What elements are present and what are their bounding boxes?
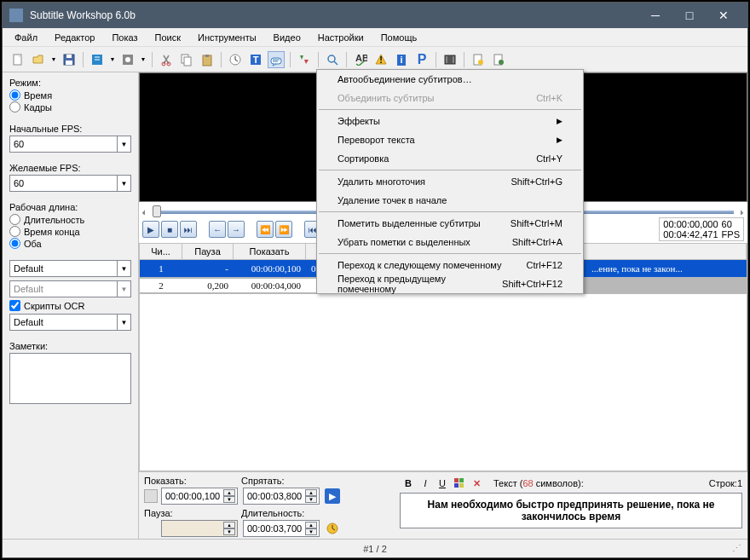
save-button[interactable]	[61, 51, 78, 68]
dd-auto-combine[interactable]: Автообъединение субтитров…	[317, 70, 583, 89]
app-window: Subtitle Workshop 6.0b ─ □ ✕ Файл Редакт…	[2, 2, 748, 558]
stop-button[interactable]: ■	[161, 221, 178, 238]
radio-duration[interactable]	[9, 214, 20, 225]
hide-time-input[interactable]: 00:00:03,800▲▼	[243, 488, 320, 505]
menu-editor[interactable]: Редактор	[46, 30, 103, 45]
paste-button[interactable]	[199, 51, 216, 68]
clear-fmt-button[interactable]: ✕	[469, 476, 484, 491]
time-button[interactable]	[89, 51, 106, 68]
seek-thumb[interactable]	[153, 205, 161, 217]
menu-search[interactable]: Поиск	[147, 30, 189, 45]
spellcheck-button[interactable]: ABC	[352, 51, 369, 68]
dd-effects[interactable]: Эффекты▶	[317, 112, 583, 130]
svg-rect-9	[182, 55, 188, 63]
clock-button[interactable]	[227, 51, 244, 68]
translate-button[interactable]	[296, 51, 313, 68]
dd-prev-mark[interactable]: Переход к предыдущему помеченномуShift+C…	[317, 274, 583, 293]
col-pause[interactable]: Пауза	[182, 244, 234, 259]
step-button[interactable]: ⏭	[180, 221, 197, 238]
info-button[interactable]: i	[393, 51, 410, 68]
bold-button[interactable]: B	[401, 476, 416, 491]
dd-sort[interactable]: СортировкаCtrl+Y	[317, 149, 583, 168]
color-button[interactable]	[452, 476, 467, 491]
menu-file[interactable]: Файл	[6, 30, 46, 45]
play-button[interactable]: ▶	[142, 221, 159, 238]
resize-grip[interactable]: ⋰	[732, 543, 741, 554]
dd-mark[interactable]: Пометить выделенные субтитрыShift+Ctrl+M	[317, 214, 583, 233]
dd-remove-start-dots[interactable]: Удаление точек в начале	[317, 191, 583, 210]
maximize-button[interactable]: □	[672, 3, 707, 27]
start-fps-select[interactable]: 60▼	[9, 136, 131, 153]
doc1-button[interactable]	[470, 51, 487, 68]
underline-button[interactable]: U	[435, 476, 450, 491]
worklen-label: Рабочая длина:	[9, 202, 131, 212]
rewind-button[interactable]: ⏪	[257, 221, 274, 238]
seek-left-icon[interactable]: ⏴	[141, 209, 147, 216]
prev-button[interactable]: ←	[209, 221, 226, 238]
svg-point-17	[328, 55, 335, 62]
radio-endtime[interactable]	[9, 226, 20, 237]
sq-icon[interactable]	[144, 489, 158, 503]
select1[interactable]: Default▼	[9, 260, 131, 277]
pascal-button[interactable]: P	[413, 51, 430, 68]
menu-settings[interactable]: Настройки	[309, 30, 372, 45]
doc2-button[interactable]	[490, 51, 507, 68]
select3[interactable]: Default▼	[9, 314, 131, 331]
duration-time-input[interactable]: 00:00:03,700▲▼	[243, 520, 320, 537]
radio-both[interactable]	[9, 238, 20, 249]
next-button[interactable]: →	[228, 221, 245, 238]
ffwd-button[interactable]: ⏩	[275, 221, 292, 238]
dd-remove-dots[interactable]: Удалить многоточияShift+Ctrl+G	[317, 172, 583, 191]
notes-textarea[interactable]	[9, 353, 131, 404]
warning-button[interactable]: !	[372, 51, 389, 68]
search-button[interactable]	[324, 51, 341, 68]
radio-frames[interactable]	[9, 101, 20, 113]
select2[interactable]: Default▼	[9, 280, 131, 297]
copy-button[interactable]	[178, 51, 195, 68]
menu-tools[interactable]: Инструменты	[189, 30, 265, 45]
col-show[interactable]: Показать	[234, 244, 306, 259]
italic-button[interactable]: I	[418, 476, 433, 491]
statusbar: #1 / 2 ⋰	[3, 539, 747, 557]
menu-video[interactable]: Видео	[265, 30, 309, 45]
menu-view[interactable]: Показ	[103, 30, 146, 45]
dd-reverse[interactable]: Переворот текста▶	[317, 130, 583, 149]
subtitle-text-input[interactable]: Нам необходимо быстро предпринять решени…	[400, 493, 742, 528]
svg-rect-3	[66, 61, 72, 65]
svg-rect-12	[205, 55, 209, 57]
cut-button[interactable]	[158, 51, 175, 68]
menu-help[interactable]: Помощь	[372, 30, 426, 45]
col-num[interactable]: Чи...	[140, 244, 182, 259]
radio-time[interactable]	[9, 89, 20, 101]
new-button[interactable]	[9, 51, 26, 68]
frame-dropdown[interactable]: ▼	[140, 51, 147, 68]
svg-text:i: i	[400, 55, 402, 65]
pause-time-input[interactable]: ▲▼	[161, 520, 238, 537]
svg-rect-14	[251, 55, 261, 65]
seek-right-icon[interactable]: ⏵	[739, 209, 746, 216]
subtitle-menu-button[interactable]	[268, 51, 285, 68]
dd-sep	[319, 109, 581, 110]
video-button[interactable]	[441, 51, 459, 68]
desired-fps-select[interactable]: 60▼	[9, 175, 131, 192]
svg-text:!: !	[379, 55, 383, 65]
dd-unmark[interactable]: Убрать пометки с выделенныхShift+Ctrl+A	[317, 233, 583, 251]
open-dropdown[interactable]: ▼	[50, 51, 57, 68]
clock-icon[interactable]	[325, 521, 340, 536]
close-button[interactable]: ✕	[707, 3, 741, 27]
minimize-button[interactable]: ─	[638, 3, 672, 27]
svg-point-13	[230, 55, 240, 65]
frame-button[interactable]	[119, 51, 136, 68]
notes-label: Заметки:	[9, 341, 131, 351]
svg-rect-16	[271, 58, 281, 64]
open-button[interactable]	[30, 51, 47, 68]
svg-rect-32	[454, 483, 459, 488]
text-button[interactable]: T	[247, 51, 264, 68]
time-dropdown[interactable]: ▼	[109, 51, 116, 68]
dd-next-mark[interactable]: Переход к следующему помеченномуCtrl+F12	[317, 256, 583, 274]
svg-rect-2	[66, 55, 72, 58]
check-ocr[interactable]	[9, 300, 20, 311]
show-time-input[interactable]: 00:00:00,100▲▼	[161, 488, 238, 505]
sync-button[interactable]: ▶	[325, 488, 340, 504]
svg-rect-10	[184, 57, 191, 66]
